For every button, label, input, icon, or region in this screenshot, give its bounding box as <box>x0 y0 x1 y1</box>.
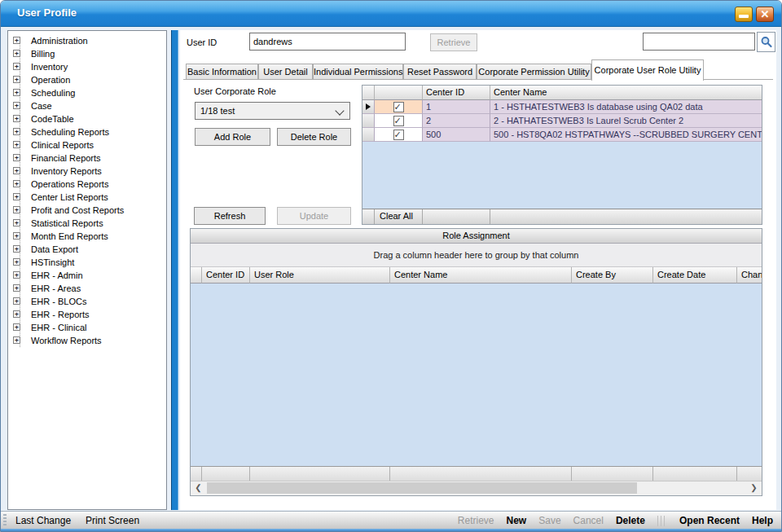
center-checkbox-cell[interactable] <box>375 100 423 114</box>
expand-icon[interactable] <box>13 284 20 292</box>
row-selector-cell[interactable] <box>362 128 375 142</box>
table-row[interactable]: 1 1 - HSTHATESTWEB3 Is database using QA… <box>362 100 762 114</box>
tree-item-ehr-admin[interactable]: EHR - Admin <box>8 269 166 282</box>
cancel-action[interactable]: Cancel <box>573 515 604 526</box>
tree-item-inventory-reports[interactable]: Inventory Reports <box>8 165 166 178</box>
tree-item-operation[interactable]: Operation <box>8 73 166 86</box>
table-row[interactable]: 2 2 - HATHATESTWEB3 Is Laurel Scrub Cent… <box>362 114 762 128</box>
center-checkbox-cell[interactable] <box>375 128 423 142</box>
expand-icon[interactable] <box>13 154 20 161</box>
tree-item-ehr-reports[interactable]: EHR - Reports <box>8 308 166 321</box>
scrollbar-thumb[interactable] <box>207 482 637 494</box>
retrieve-action[interactable]: Retrieve <box>458 515 494 526</box>
tab-corporate-permission-utility[interactable]: Corporate Permission Utility <box>477 64 591 80</box>
minimize-button[interactable] <box>735 7 753 22</box>
expand-icon[interactable] <box>13 323 20 331</box>
search-input[interactable] <box>643 33 755 51</box>
navigation-tree[interactable]: Administration Billing Inventory Operati… <box>7 30 167 510</box>
row-selector-cell[interactable] <box>362 114 375 128</box>
row-selector-cell[interactable] <box>362 100 375 114</box>
tab-user-detail[interactable]: User Detail <box>258 64 313 80</box>
expand-icon[interactable] <box>13 193 20 200</box>
expand-icon[interactable] <box>13 128 20 135</box>
tree-item-profit-cost-reports[interactable]: Profit and Cost Reports <box>8 204 166 217</box>
tree-item-center-list-reports[interactable]: Center List Reports <box>8 191 166 204</box>
expand-icon[interactable] <box>13 271 20 279</box>
help-action[interactable]: Help <box>752 515 773 526</box>
expand-icon[interactable] <box>13 167 20 174</box>
tree-item-case[interactable]: Case <box>8 99 166 112</box>
center-checkbox-cell[interactable] <box>375 114 423 128</box>
horizontal-scrollbar[interactable]: ❮ ❯ <box>191 481 762 495</box>
expand-icon[interactable] <box>13 245 20 253</box>
tree-item-billing[interactable]: Billing <box>8 47 166 60</box>
tab-corporate-user-role-utility[interactable]: Corporate User Role Utility <box>591 59 704 81</box>
refresh-button[interactable]: Refresh <box>194 207 266 225</box>
expand-icon[interactable] <box>13 115 20 122</box>
checkbox-checked-icon[interactable] <box>393 116 404 126</box>
tree-item-codetable[interactable]: CodeTable <box>8 112 166 125</box>
open-recent-action[interactable]: Open Recent <box>679 515 740 526</box>
tree-item-statistical-reports[interactable]: Statistical Reports <box>8 217 166 230</box>
column-header-create-date[interactable]: Create Date <box>653 267 737 284</box>
column-header-center-name[interactable]: Center Name <box>390 267 572 284</box>
tree-item-ehr-clinical[interactable]: EHR - Clinical <box>8 321 166 334</box>
group-by-drop-zone[interactable]: Drag a column header here to group by th… <box>191 244 762 267</box>
scroll-left-icon[interactable]: ❮ <box>191 481 205 495</box>
new-action[interactable]: New <box>507 515 527 526</box>
tree-item-hstinsight[interactable]: HSTinsight <box>8 256 166 269</box>
expand-icon[interactable] <box>13 180 20 187</box>
center-name-column-header[interactable]: Center Name <box>490 86 762 100</box>
tree-item-month-end-reports[interactable]: Month End Reports <box>8 230 166 243</box>
expand-icon[interactable] <box>13 219 20 226</box>
expand-icon[interactable] <box>13 297 20 305</box>
expand-icon[interactable] <box>13 102 20 109</box>
expand-icon[interactable] <box>13 50 20 57</box>
panel-splitter[interactable] <box>171 30 178 510</box>
tab-basic-information[interactable]: Basic Information <box>186 64 258 80</box>
last-change-button[interactable]: Last Change <box>15 515 71 526</box>
tree-item-financial-reports[interactable]: Financial Reports <box>8 152 166 165</box>
tab-reset-password[interactable]: Reset Password <box>403 64 477 80</box>
column-header-user-role[interactable]: User Role <box>250 267 390 284</box>
clear-all-button[interactable]: Clear All <box>375 209 423 224</box>
column-header-change[interactable]: Chan <box>737 267 762 284</box>
tree-item-scheduling-reports[interactable]: Scheduling Reports <box>8 125 166 138</box>
delete-action[interactable]: Delete <box>616 515 645 526</box>
checkbox-checked-icon[interactable] <box>393 102 404 112</box>
update-button[interactable]: Update <box>277 207 351 225</box>
expand-icon[interactable] <box>13 336 20 344</box>
expand-icon[interactable] <box>13 258 20 266</box>
close-button[interactable]: ✕ <box>756 7 774 22</box>
tree-item-data-export[interactable]: Data Export <box>8 243 166 256</box>
expand-icon[interactable] <box>13 37 20 44</box>
retrieve-button[interactable]: Retrieve <box>430 33 477 51</box>
checkbox-checked-icon[interactable] <box>393 130 404 140</box>
tab-individual-permissions[interactable]: Individual Permissions <box>313 64 403 80</box>
tree-item-ehr-areas[interactable]: EHR - Areas <box>8 282 166 295</box>
user-id-input[interactable] <box>249 33 406 51</box>
expand-icon[interactable] <box>13 310 20 318</box>
user-corporate-role-select[interactable]: 1/18 test <box>195 102 350 120</box>
print-screen-button[interactable]: Print Screen <box>86 515 139 526</box>
tree-item-scheduling[interactable]: Scheduling <box>8 86 166 99</box>
tree-item-clinical-reports[interactable]: Clinical Reports <box>8 138 166 152</box>
expand-icon[interactable] <box>13 141 20 148</box>
tree-item-ehr-blocs[interactable]: EHR - BLOCs <box>8 295 166 308</box>
expand-icon[interactable] <box>13 89 20 96</box>
save-action[interactable]: Save <box>538 515 560 526</box>
search-button[interactable] <box>757 32 775 52</box>
tree-item-administration[interactable]: Administration <box>8 34 166 47</box>
delete-role-button[interactable]: Delete Role <box>277 128 351 146</box>
column-header-create-by[interactable]: Create By <box>572 267 653 284</box>
tree-item-operations-reports[interactable]: Operations Reports <box>8 178 166 191</box>
expand-icon[interactable] <box>13 76 20 83</box>
column-header-center-id[interactable]: Center ID <box>202 267 250 284</box>
tree-item-workflow-reports[interactable]: Workflow Reports <box>8 334 166 347</box>
center-id-column-header[interactable]: Center ID <box>423 86 490 100</box>
tree-item-inventory[interactable]: Inventory <box>8 60 166 73</box>
add-role-button[interactable]: Add Role <box>195 128 270 146</box>
scroll-right-icon[interactable]: ❯ <box>747 481 761 495</box>
table-row[interactable]: 500 500 - HST8QA02 HSTPATHWAYS --SCRUBBE… <box>362 128 762 142</box>
expand-icon[interactable] <box>13 232 20 240</box>
